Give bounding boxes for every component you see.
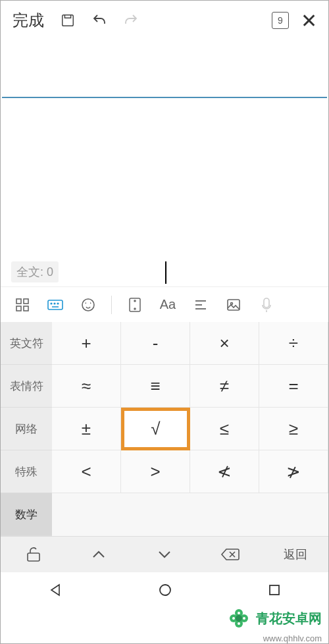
symbol-key[interactable]: ≥ xyxy=(259,408,328,450)
keyboard-icon[interactable] xyxy=(43,292,68,317)
symbol-key[interactable]: ≡ xyxy=(121,365,190,408)
svg-rect-2 xyxy=(24,299,28,304)
svg-rect-0 xyxy=(63,15,74,26)
mic-icon[interactable] xyxy=(254,292,279,317)
svg-point-12 xyxy=(134,300,136,302)
redo-icon xyxy=(119,9,143,32)
symbol-key[interactable]: ≮ xyxy=(190,450,259,493)
svg-rect-3 xyxy=(16,306,21,311)
back-button[interactable]: 返回 xyxy=(263,547,328,562)
svg-point-7 xyxy=(54,303,55,304)
word-count-badge: 全文: 0 xyxy=(11,261,59,282)
svg-point-30 xyxy=(243,617,245,620)
symbol-key-sqrt[interactable]: √ xyxy=(121,408,190,450)
fullscreen-icon[interactable] xyxy=(122,292,147,317)
svg-point-31 xyxy=(238,622,240,625)
system-nav-bar xyxy=(1,572,328,610)
format-toolbar: Aa xyxy=(1,286,328,322)
chevron-down-icon[interactable] xyxy=(132,550,197,559)
symbol-grid: + - × ÷ ≈ ≡ ≠ = ± √ ≤ ≥ < > ≮ ≯ xyxy=(52,322,328,536)
top-toolbar: 完成 9 ✕ xyxy=(1,1,328,40)
symbol-key[interactable]: = xyxy=(259,365,328,408)
svg-rect-4 xyxy=(24,306,28,311)
symbol-key[interactable]: ≈ xyxy=(52,365,121,408)
undo-icon[interactable] xyxy=(88,9,111,32)
lock-icon[interactable] xyxy=(1,547,66,562)
svg-rect-20 xyxy=(28,553,39,561)
svg-point-6 xyxy=(51,303,52,304)
symbol-key[interactable]: < xyxy=(52,450,121,493)
nav-recent-icon[interactable] xyxy=(268,583,281,599)
font-icon[interactable]: Aa xyxy=(155,292,180,317)
chevron-up-icon[interactable] xyxy=(66,550,132,559)
emoji-icon[interactable] xyxy=(76,292,101,317)
save-icon[interactable] xyxy=(56,9,80,32)
symbol-key[interactable]: ÷ xyxy=(259,322,328,365)
svg-point-27 xyxy=(236,615,242,622)
symbol-key[interactable]: + xyxy=(52,322,121,365)
watermark-text: 青花安卓网 xyxy=(256,610,322,628)
category-emoji[interactable]: 表情符 xyxy=(1,365,52,408)
category-sidebar: 英文符 表情符 网络 特殊 数学 xyxy=(1,322,52,536)
category-special[interactable]: 特殊 xyxy=(1,450,52,493)
svg-point-10 xyxy=(82,299,94,311)
symbol-panel: 英文符 表情符 网络 特殊 数学 + - × ÷ ≈ ≡ ≠ = ± √ ≤ ≥… xyxy=(1,322,328,536)
svg-point-29 xyxy=(232,617,235,620)
watermark-url: www.qhhlv.com xyxy=(263,633,322,643)
symbol-key[interactable]: ≯ xyxy=(259,450,328,493)
svg-point-28 xyxy=(238,612,240,614)
symbol-key[interactable]: ≤ xyxy=(190,408,259,450)
category-network[interactable]: 网络 xyxy=(1,408,52,450)
document-body[interactable]: 全文: 0 xyxy=(1,98,328,286)
symbol-key[interactable]: ≠ xyxy=(190,365,259,408)
svg-rect-5 xyxy=(48,300,63,309)
category-math[interactable]: 数学 xyxy=(1,493,52,536)
flower-icon xyxy=(226,605,252,631)
svg-rect-19 xyxy=(264,298,269,308)
divider xyxy=(111,296,112,314)
align-icon[interactable] xyxy=(188,292,213,317)
svg-rect-1 xyxy=(16,299,21,304)
text-cursor xyxy=(165,261,166,284)
svg-point-21 xyxy=(160,585,170,595)
apps-icon[interactable] xyxy=(10,292,35,317)
backspace-icon[interactable] xyxy=(197,547,263,562)
symbol-key[interactable]: × xyxy=(190,322,259,365)
done-button[interactable]: 完成 xyxy=(9,7,48,34)
text-input-area[interactable] xyxy=(2,40,327,98)
nav-home-icon[interactable] xyxy=(158,583,172,600)
bottom-keyboard-bar: 返回 xyxy=(1,536,328,572)
symbol-key[interactable]: ± xyxy=(52,408,121,450)
svg-point-8 xyxy=(57,303,59,304)
svg-rect-17 xyxy=(228,300,240,310)
nav-back-icon[interactable] xyxy=(48,583,63,600)
close-icon[interactable]: ✕ xyxy=(297,9,320,32)
page-number-badge[interactable]: 9 xyxy=(272,12,289,29)
svg-point-13 xyxy=(134,308,136,309)
image-icon[interactable] xyxy=(221,292,246,317)
svg-rect-22 xyxy=(270,585,279,595)
watermark: 青花安卓网 xyxy=(226,605,322,631)
category-english[interactable]: 英文符 xyxy=(1,322,52,365)
symbol-key[interactable]: - xyxy=(121,322,190,365)
symbol-key[interactable]: > xyxy=(121,450,190,493)
